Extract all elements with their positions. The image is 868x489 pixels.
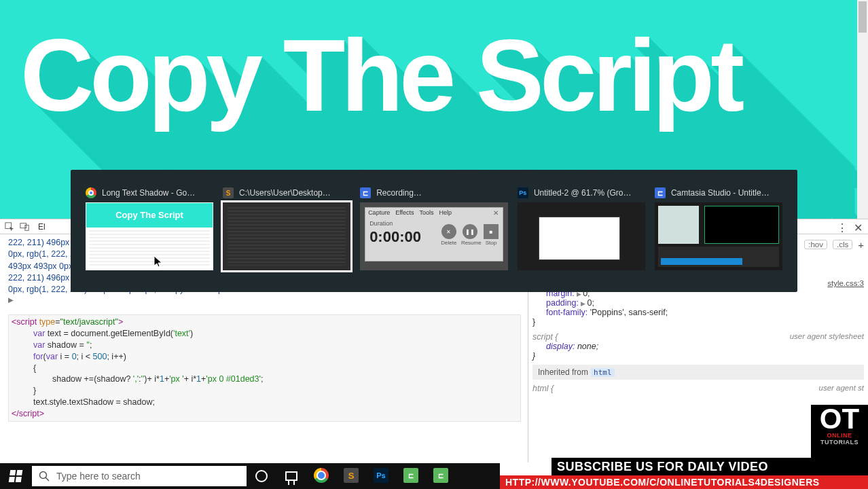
- search-icon: [39, 471, 50, 482]
- alttab-title: C:\Users\User\Desktop…: [239, 188, 331, 198]
- hero-text: Copy The Script: [20, 24, 740, 126]
- alttab-thumb[interactable]: Capture Effects Tools Help ✕ Duration 0:…: [360, 202, 508, 270]
- selector: html {: [532, 384, 554, 393]
- alttab-app-camtasia[interactable]: ⊏Camtasia Studio - Untitle…: [655, 186, 782, 270]
- taskbar-sublime[interactable]: S: [336, 463, 366, 489]
- user-agent-label: user agent st: [819, 384, 864, 392]
- devtools-window-controls: ⋮ ✕: [837, 221, 863, 234]
- close-icon[interactable]: ✕: [854, 221, 863, 234]
- alttab-app-photoshop[interactable]: PsUntitled-2 @ 61.7% (Gro…: [518, 186, 645, 270]
- sublime-icon: S: [223, 187, 234, 198]
- code-block[interactable]: <script type="text/javascript"> var text…: [8, 314, 521, 422]
- rec-stop-button: ■Stop: [482, 224, 500, 246]
- alttab-thumb[interactable]: [223, 202, 350, 270]
- chrome-icon: [314, 468, 329, 483]
- mouse-cursor-icon: [154, 256, 162, 268]
- style-source-link[interactable]: style.css:3: [827, 279, 864, 287]
- taskbar-camtasia[interactable]: ⊏: [396, 463, 426, 489]
- svg-line-4: [46, 477, 49, 481]
- hov-chip[interactable]: :hov: [804, 240, 827, 249]
- sublime-icon: S: [344, 468, 359, 483]
- windows-logo-icon: [9, 470, 23, 482]
- camtasia-icon: ⊏: [403, 468, 418, 483]
- rec-menu-item: Tools: [420, 209, 434, 216]
- rec-time: 0:00:00: [369, 228, 421, 246]
- new-rule-icon[interactable]: +: [858, 239, 864, 251]
- alttab-thumb[interactable]: Copy The Script: [86, 202, 213, 270]
- alttab-title: Recording…: [376, 188, 422, 198]
- kebab-icon[interactable]: ⋮: [837, 221, 848, 234]
- camtasia-rec-icon: ⊏: [360, 187, 371, 198]
- cls-chip[interactable]: .cls: [833, 240, 852, 249]
- ot-big: OT: [811, 405, 868, 432]
- rec-duration-label: Duration: [369, 220, 393, 227]
- alttab-title: Untitled-2 @ 61.7% (Gro…: [534, 188, 632, 198]
- html-chip[interactable]: html: [591, 368, 615, 377]
- taskbar-chrome[interactable]: [306, 463, 336, 489]
- user-agent-label: user agent stylesheet: [790, 332, 864, 340]
- subscribe-bar: SUBSCRIBE US FOR DAILY VIDEO: [551, 458, 868, 475]
- css-prop[interactable]: font-family: 'Poppins', sans-serif;: [546, 308, 668, 317]
- camtasia-rec-icon: ⊏: [433, 468, 448, 483]
- rec-menu-item: Help: [439, 209, 452, 216]
- taskview-button[interactable]: [276, 463, 306, 489]
- css-prop[interactable]: display: none;: [546, 342, 598, 351]
- scroll-thumb[interactable]: [858, 1, 867, 33]
- youtube-link-bar: HTTP://WWW.YOUTUBE.COM/C/ONLINETUTORIALS…: [500, 475, 868, 489]
- camtasia-icon: ⊏: [655, 187, 666, 198]
- alt-tab-overlay: Long Text Shadow - Go… Copy The Script S…: [71, 170, 797, 292]
- rec-menu-item: Effects: [395, 209, 414, 216]
- ot-logo: OT ONLINE TUTORIALS: [811, 405, 868, 463]
- inherited-from-bar: Inherited from html: [532, 365, 864, 380]
- cortana-button[interactable]: [247, 463, 276, 489]
- expand-arrow-icon[interactable]: ▶: [8, 295, 521, 305]
- rec-delete-button: ✕Delete: [440, 224, 458, 246]
- alttab-app-sublime[interactable]: SC:\Users\User\Desktop…: [223, 186, 350, 270]
- taskbar-camtasia-rec[interactable]: ⊏: [426, 463, 456, 489]
- alttab-app-chrome[interactable]: Long Text Shadow - Go… Copy The Script: [86, 186, 213, 270]
- selector: script {: [532, 332, 558, 342]
- search-placeholder: Type here to search: [56, 471, 141, 482]
- rec-menu-item: Capture: [368, 209, 390, 216]
- taskview-icon: [285, 471, 297, 481]
- chrome-icon: [86, 187, 96, 198]
- css-prop[interactable]: padding: ▶0;: [546, 298, 594, 308]
- taskbar-search[interactable]: Type here to search: [32, 466, 247, 486]
- taskbar-photoshop[interactable]: Ps: [366, 463, 396, 489]
- rec-resume-button: ❚❚Resume: [461, 224, 479, 246]
- ot-line2: TUTORIALS: [811, 439, 868, 446]
- alttab-thumb[interactable]: [518, 202, 645, 270]
- rec-close-icon: ✕: [493, 209, 499, 217]
- alttab-title: Camtasia Studio - Untitle…: [671, 188, 770, 198]
- inspect-icon[interactable]: [4, 221, 15, 232]
- photoshop-icon: Ps: [518, 187, 528, 198]
- device-icon[interactable]: [19, 221, 30, 232]
- taskbar: Type here to search S Ps ⊏ ⊏: [0, 463, 500, 489]
- thumb-caption: Copy The Script: [86, 203, 213, 228]
- alttab-thumb[interactable]: [655, 202, 782, 270]
- start-button[interactable]: [0, 463, 31, 489]
- alttab-title: Long Text Shadow - Go…: [102, 188, 195, 198]
- alttab-app-recorder[interactable]: ⊏Recording… Capture Effects Tools Help ✕…: [360, 186, 508, 270]
- elements-tab[interactable]: El: [34, 222, 50, 232]
- photoshop-icon: Ps: [374, 468, 388, 483]
- cortana-icon: [255, 470, 268, 482]
